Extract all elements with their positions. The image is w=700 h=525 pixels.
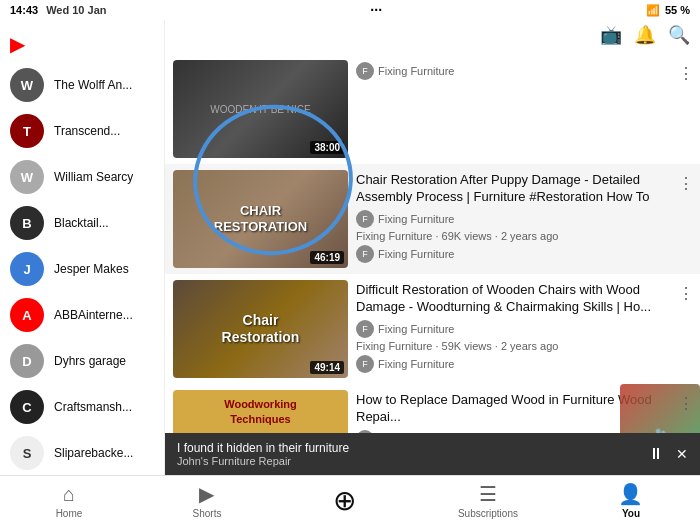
- home-icon: ⌂: [63, 483, 75, 506]
- sidebar-item-label: Craftsmansh...: [54, 400, 132, 414]
- channel-icon-2: F: [356, 355, 374, 373]
- nav-subscriptions-label: Subscriptions: [458, 508, 518, 519]
- nav-shorts[interactable]: ▶ Shorts: [182, 482, 232, 519]
- duration-badge: 49:14: [310, 361, 344, 374]
- sidebar-item-wolff[interactable]: WThe Wolff An...: [0, 62, 164, 108]
- sidebar-item-label: Blacktail...: [54, 216, 109, 230]
- sidebar-item-label: The Wolff An...: [54, 78, 132, 92]
- video-title: Difficult Restoration of Wooden Chairs w…: [356, 282, 692, 316]
- sidebar-item-dyhrs[interactable]: DDyhrs garage: [0, 338, 164, 384]
- duration-badge: 38:00: [310, 141, 344, 154]
- add-icon: ⊕: [333, 484, 356, 517]
- video-stats: Fixing Furniture · 59K views · 2 years a…: [356, 340, 692, 352]
- video-list: WOODEN IT BE NICE 38:00 F Fixing Furnitu…: [165, 50, 700, 475]
- video-item[interactable]: WOODEN IT BE NICE 38:00 F Fixing Furnitu…: [165, 54, 700, 164]
- sidebar-item-label: Sliparebacke...: [54, 446, 133, 460]
- wifi-icon: 📶: [646, 4, 660, 17]
- sidebar-item-label: Transcend...: [54, 124, 120, 138]
- sidebar-items-container: WThe Wolff An...TTranscend...WWilliam Se…: [0, 62, 164, 475]
- sidebar-item-label: ABBAinterne...: [54, 308, 133, 322]
- sidebar-item-jesper[interactable]: JJesper Makes: [0, 246, 164, 292]
- channel-icon: F: [356, 210, 374, 228]
- close-notification-icon[interactable]: ✕: [676, 446, 688, 462]
- cast-icon[interactable]: 📺: [600, 24, 622, 46]
- time-display: 14:43: [10, 4, 38, 16]
- notifications-icon[interactable]: 🔔: [634, 24, 656, 46]
- nav-shorts-label: Shorts: [193, 508, 222, 519]
- avatar: D: [10, 344, 44, 378]
- pause-icon[interactable]: ⏸: [648, 445, 664, 463]
- video-title: Chair Restoration After Puppy Damage - D…: [356, 172, 692, 206]
- sidebar-item-label: William Searcy: [54, 170, 133, 184]
- channel-name: Fixing Furniture: [378, 213, 454, 225]
- thumbnail: WOODEN IT BE NICE 38:00: [173, 60, 348, 158]
- more-options-icon[interactable]: ⋮: [678, 394, 694, 413]
- channel-name-2: Fixing Furniture: [378, 248, 454, 260]
- sidebar: ▶ WThe Wolff An...TTranscend...WWilliam …: [0, 20, 165, 475]
- sidebar-item-slipa[interactable]: SSliparebacke...: [0, 430, 164, 475]
- avatar: W: [10, 68, 44, 102]
- avatar: C: [10, 390, 44, 424]
- avatar: W: [10, 160, 44, 194]
- notification-text-area: I found it hidden in their furniture Joh…: [177, 441, 349, 467]
- nav-you-label: You: [622, 508, 640, 519]
- avatar: B: [10, 206, 44, 240]
- notification-bar: I found it hidden in their furniture Joh…: [165, 433, 700, 475]
- notification-controls: ⏸ ✕: [648, 445, 688, 463]
- battery-display: 55 %: [665, 4, 690, 16]
- video-item[interactable]: CHAIR RESTORATION 46:19 Chair Restoratio…: [165, 164, 700, 274]
- avatar: T: [10, 114, 44, 148]
- sidebar-item-abba[interactable]: AABBAinterne...: [0, 292, 164, 338]
- date-display: Wed 10 Jan: [46, 4, 106, 16]
- bottom-nav: ⌂ Home ▶ Shorts ⊕ ☰ Subscriptions 👤 You: [0, 475, 700, 525]
- thumbnail: Chair Restoration 49:14: [173, 280, 348, 378]
- avatar: A: [10, 298, 44, 332]
- youtube-logo: ▶: [10, 32, 25, 56]
- sidebar-item-label: Dyhrs garage: [54, 354, 126, 368]
- notification-message: I found it hidden in their furniture: [177, 441, 349, 455]
- nav-add[interactable]: ⊕: [320, 484, 370, 517]
- more-options-icon[interactable]: ⋮: [678, 284, 694, 303]
- sidebar-item-transcend[interactable]: TTranscend...: [0, 108, 164, 154]
- video-meta: F Fixing Furniture: [356, 60, 692, 82]
- nav-you[interactable]: 👤 You: [606, 482, 656, 519]
- sidebar-item-crafts[interactable]: CCraftsmansh...: [0, 384, 164, 430]
- content-top-bar: 📺 🔔 🔍: [165, 20, 700, 50]
- more-options-icon[interactable]: ⋮: [678, 174, 694, 193]
- dots-icon: ···: [370, 2, 382, 18]
- channel-icon-2: F: [356, 245, 374, 263]
- video-meta: Difficult Restoration of Wooden Chairs w…: [356, 280, 692, 375]
- avatar: J: [10, 252, 44, 286]
- you-icon: 👤: [618, 482, 643, 506]
- channel-icon: F: [356, 62, 374, 80]
- subscriptions-icon: ☰: [479, 482, 497, 506]
- video-item[interactable]: Chair Restoration 49:14 Difficult Restor…: [165, 274, 700, 384]
- channel-name: Fixing Furniture: [378, 323, 454, 335]
- channel-name: Fixing Furniture: [378, 65, 454, 77]
- sidebar-item-blacktail[interactable]: BBlacktail...: [0, 200, 164, 246]
- thumbnail: CHAIR RESTORATION 46:19: [173, 170, 348, 268]
- sidebar-header: ▶: [0, 24, 164, 62]
- search-icon[interactable]: 🔍: [668, 24, 690, 46]
- content-area: 📺 🔔 🔍 WOODEN IT BE NICE 38:00 F Fixing F…: [165, 20, 700, 475]
- avatar: S: [10, 436, 44, 470]
- status-bar: 14:43 Wed 10 Jan ··· 📶 55 %: [0, 0, 700, 20]
- video-meta: Chair Restoration After Puppy Damage - D…: [356, 170, 692, 265]
- nav-subscriptions[interactable]: ☰ Subscriptions: [458, 482, 518, 519]
- duration-badge: 46:19: [310, 251, 344, 264]
- channel-icon: F: [356, 320, 374, 338]
- video-stats: Fixing Furniture · 69K views · 2 years a…: [356, 230, 692, 242]
- channel-name-2: Fixing Furniture: [378, 358, 454, 370]
- nav-home-label: Home: [56, 508, 83, 519]
- nav-home[interactable]: ⌂ Home: [44, 483, 94, 519]
- notification-channel: John's Furniture Repair: [177, 455, 349, 467]
- shorts-icon: ▶: [199, 482, 214, 506]
- sidebar-item-william[interactable]: WWilliam Searcy: [0, 154, 164, 200]
- more-options-icon[interactable]: ⋮: [678, 64, 694, 83]
- sidebar-item-label: Jesper Makes: [54, 262, 129, 276]
